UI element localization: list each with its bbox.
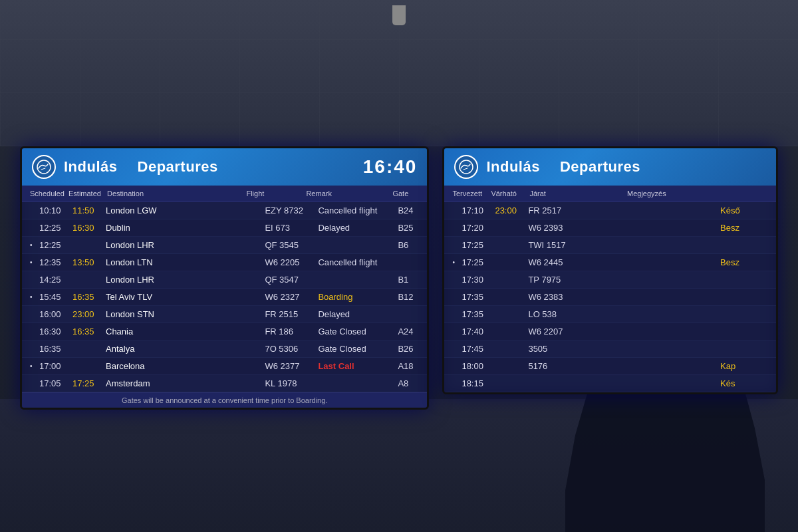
- remark: [315, 383, 395, 384]
- header-left-section: Indulás Departures: [32, 155, 218, 179]
- remark: [718, 297, 771, 298]
- estimated-time: [492, 366, 525, 367]
- flight-number: QF 3545: [262, 239, 315, 251]
- destination: London LTN: [103, 257, 262, 268]
- dot: [450, 297, 459, 298]
- estimated-time: 16:35: [70, 326, 103, 337]
- estimated-time: [492, 348, 525, 350]
- dot: •: [27, 241, 37, 249]
- flight-number: W6 2207: [525, 326, 718, 337]
- dot: [27, 227, 37, 229]
- dot: [27, 348, 37, 350]
- gate: A18: [395, 360, 422, 372]
- dot: •: [27, 258, 37, 267]
- flight-row: 17:05 17:25 Amsterdam KL 1978 A8: [22, 375, 427, 392]
- estimated-time: 23:00: [492, 205, 525, 216]
- scheduled-time: 18:15: [459, 378, 492, 389]
- estimated-time: [70, 348, 103, 350]
- airline-logo-right: [454, 155, 478, 179]
- flight-number: W6 2393: [525, 222, 718, 233]
- estimated-time: [492, 279, 525, 281]
- flight-row: 18:15 Kés: [444, 375, 776, 392]
- scheduled-time: 17:10: [459, 205, 492, 216]
- remark: Kés: [718, 378, 771, 389]
- scheduled-time: 12:25: [37, 222, 70, 233]
- estimated-time: [492, 383, 525, 384]
- flight-row: 17:35 LO 538: [444, 306, 776, 323]
- remark: Delayed: [315, 222, 395, 233]
- scheduled-time: 16:00: [37, 309, 70, 320]
- remark: [315, 245, 395, 246]
- scheduled-time: 16:35: [37, 343, 70, 354]
- flight-number: FR 186: [262, 326, 315, 337]
- flight-row: 17:10 23:00 FR 2517 Késő: [444, 202, 776, 219]
- destination: Chania: [103, 326, 262, 337]
- flight-number: TWI 1517: [525, 239, 718, 251]
- scheduled-time: 18:00: [459, 360, 492, 372]
- destination: London STN: [103, 309, 262, 320]
- flight-number: EZY 8732: [262, 205, 315, 216]
- light-fixture: [392, 5, 406, 25]
- dot: [450, 366, 459, 367]
- gate: [395, 314, 422, 315]
- estimated-time: 13:50: [70, 257, 103, 268]
- flight-number: W6 2377: [262, 360, 315, 372]
- header-titles-right: Indulás Departures: [486, 158, 640, 176]
- dot: [450, 348, 459, 350]
- estimated-time: 17:25: [70, 378, 103, 389]
- dot: [450, 210, 459, 211]
- col-remark: Remark: [303, 188, 390, 199]
- flight-number: 7O 5306: [262, 343, 315, 354]
- col-estimated: Estimated: [66, 188, 104, 199]
- scheduled-time: 17:30: [459, 274, 492, 285]
- col-scheduled: Scheduled: [27, 188, 66, 199]
- scheduled-time: 17:25: [459, 239, 492, 251]
- col-varhato: Várható: [488, 188, 527, 199]
- estimated-time: [492, 314, 525, 315]
- dot: [450, 245, 459, 246]
- flight-row: 12:25 16:30 Dublin EI 673 Delayed B25: [22, 219, 427, 237]
- scheduled-time: 12:35: [37, 257, 70, 268]
- col-gate: Gate: [390, 188, 422, 199]
- board-title-english: Departures: [138, 158, 218, 176]
- flight-number: FR 2517: [525, 205, 718, 216]
- destination: Antalya: [103, 343, 262, 354]
- flight-row: 10:10 11:50 London LGW EZY 8732 Cancelle…: [22, 202, 427, 219]
- estimated-time: 16:30: [70, 222, 103, 233]
- dot: [450, 279, 459, 281]
- scheduled-time: 14:25: [37, 274, 70, 285]
- estimated-time: 23:00: [70, 309, 103, 320]
- remark: Cancelled flight: [315, 257, 395, 268]
- flight-row: • 15:45 16:35 Tel Aviv TLV W6 2327 Board…: [22, 289, 427, 306]
- remark: Gate Closed: [315, 326, 395, 337]
- remark: Kap: [718, 360, 771, 372]
- board-title-hu-right: Indulás: [486, 158, 540, 176]
- flight-number: 3505: [525, 343, 718, 354]
- flight-row: • 12:25 London LHR QF 3545 B6: [22, 237, 427, 254]
- col-flight: Flight: [243, 188, 303, 199]
- flight-number: [525, 383, 718, 384]
- remark: Delayed: [315, 309, 395, 320]
- col-tervezett: Tervezett: [450, 188, 488, 199]
- dot: [27, 210, 37, 211]
- header-right-section: Indulás Departures: [454, 155, 640, 179]
- remark: [718, 331, 771, 332]
- scheduled-time: 12:25: [37, 239, 70, 251]
- estimated-time: [492, 227, 525, 229]
- dot: •: [450, 258, 459, 267]
- flight-row: 17:45 3505: [444, 340, 776, 358]
- flight-number: KL 1978: [262, 378, 315, 389]
- remark: [718, 245, 771, 246]
- gate: B24: [395, 205, 422, 216]
- dot: [450, 331, 459, 332]
- flight-row: 17:30 TP 7975: [444, 271, 776, 289]
- remark: Last Call: [315, 360, 395, 372]
- header-titles-left: Indulás Departures: [64, 158, 218, 176]
- dot: [450, 314, 459, 315]
- flight-number: W6 2327: [262, 291, 315, 303]
- flight-row: 16:30 16:35 Chania FR 186 Gate Closed A2…: [22, 323, 427, 340]
- flight-row: 17:25 TWI 1517: [444, 237, 776, 254]
- estimated-time: [492, 245, 525, 246]
- scheduled-time: 17:40: [459, 326, 492, 337]
- remark: Boarding: [315, 291, 395, 303]
